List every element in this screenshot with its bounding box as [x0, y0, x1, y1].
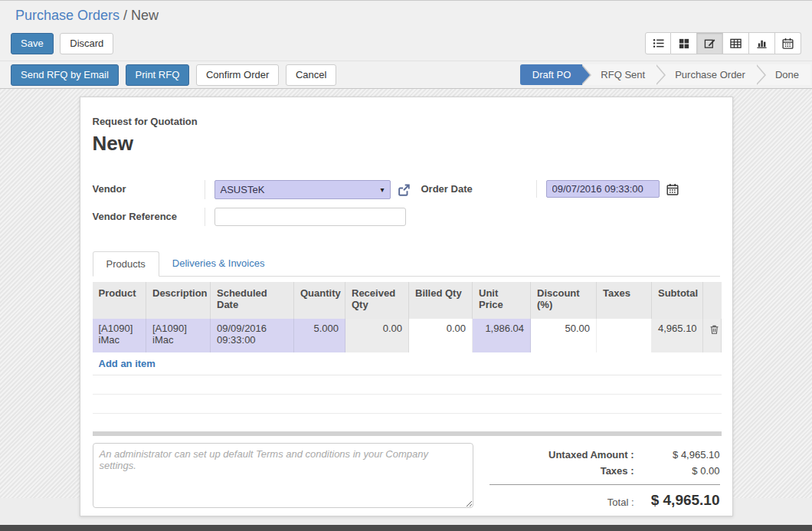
taxes-label: Taxes : — [489, 465, 634, 477]
external-link-icon[interactable] — [397, 183, 411, 197]
cancel-button[interactable]: Cancel — [286, 64, 336, 86]
form-toolbar: Save Discard — [0, 27, 812, 61]
breadcrumb-current: New — [131, 8, 159, 23]
vendor-reference-label: Vendor Reference — [93, 208, 205, 222]
statusbar: Send RFQ by Email Print RFQ Confirm Orde… — [0, 61, 812, 89]
form-view-button[interactable] — [697, 32, 723, 54]
total-label: Total : — [489, 492, 634, 509]
graph-view-button[interactable] — [749, 32, 775, 54]
vendor-label: Vendor — [93, 180, 205, 195]
list-icon — [653, 38, 664, 49]
untaxed-amount-label: Untaxed Amount : — [489, 449, 634, 461]
workflow-buttons: Send RFQ by Email Print RFQ Confirm Orde… — [11, 64, 336, 86]
col-billed-qty[interactable]: Billed Qty — [409, 282, 473, 319]
bottom-bar — [0, 525, 812, 531]
cell-scheduled-date[interactable]: 09/09/2016 09:33:00 — [211, 319, 294, 352]
calendar-picker-icon[interactable] — [666, 183, 679, 195]
table-bottom-separator — [93, 431, 722, 436]
tab-deliveries-invoices[interactable]: Deliveries & Invoices — [159, 251, 278, 276]
send-rfq-by-email-button[interactable]: Send RFQ by Email — [11, 64, 119, 86]
tab-products[interactable]: Products — [93, 251, 159, 277]
breadcrumb-bar: Purchase Orders / New — [0, 1, 812, 27]
cell-delete — [703, 319, 722, 352]
cell-product[interactable]: [A1090] iMac — [93, 319, 146, 352]
status-step-rfq-sent[interactable]: RFQ Sent — [582, 64, 656, 85]
add-an-item-link[interactable]: Add an item — [99, 358, 156, 369]
confirm-order-button[interactable]: Confirm Order — [196, 64, 279, 86]
vendor-value: ASUSTeK — [221, 184, 265, 195]
col-description[interactable]: Description — [146, 282, 211, 319]
vendor-select[interactable]: ASUSTeK ▾ — [214, 180, 391, 199]
table-row[interactable]: [A1090] iMac [A1090] iMac 09/09/2016 09:… — [93, 319, 722, 352]
vendor-reference-input[interactable] — [214, 208, 406, 226]
col-scheduled-date[interactable]: Scheduled Date — [211, 282, 294, 319]
cell-billed-qty: 0.00 — [409, 319, 473, 352]
list-view-button[interactable] — [645, 32, 671, 54]
right-field-group: Order Date — [421, 180, 679, 226]
add-item-row: Add an item — [93, 352, 722, 375]
status-steps: Draft PO RFQ Sent Purchase Order Done — [520, 64, 810, 85]
breadcrumb-parent-link[interactable]: Purchase Orders — [15, 8, 120, 23]
status-step-purchase-order[interactable]: Purchase Order — [656, 64, 757, 85]
order-date-label: Order Date — [421, 180, 536, 195]
form-sheet: Request for Quotation New Vendor ASUSTeK… — [80, 97, 733, 516]
cell-subtotal: 4,965.10 — [652, 319, 703, 352]
totals-block: Untaxed Amount : $ 4,965.10 Taxes : $ 0.… — [489, 443, 720, 511]
view-switcher — [645, 32, 801, 54]
sheet-subtitle: Request for Quotation — [93, 116, 720, 127]
header-fields: Vendor ASUSTeK ▾ Vendor Reference Order … — [93, 180, 720, 226]
record-buttons: Save Discard — [11, 33, 113, 54]
cell-taxes[interactable] — [597, 319, 652, 352]
total-value: $ 4,965.10 — [634, 492, 720, 509]
table-header-row: Product Description Scheduled Date Quant… — [93, 282, 722, 319]
record-title: New — [93, 132, 720, 156]
kanban-view-button[interactable] — [671, 32, 697, 54]
cell-description[interactable]: [A1090] iMac — [146, 319, 211, 352]
footer-section: Untaxed Amount : $ 4,965.10 Taxes : $ 0.… — [93, 443, 720, 511]
notebook-tabs: Products Deliveries & Invoices — [93, 251, 720, 277]
form-icon — [704, 38, 715, 49]
kanban-icon — [679, 38, 689, 49]
untaxed-amount-value: $ 4,965.10 — [634, 449, 720, 461]
breadcrumb-separator: / — [123, 8, 127, 23]
save-button[interactable]: Save — [11, 33, 54, 54]
chevron-down-icon: ▾ — [380, 185, 384, 194]
calendar-view-button[interactable] — [775, 32, 801, 54]
cell-unit-price[interactable]: 1,986.04 — [473, 319, 531, 352]
pivot-icon — [730, 38, 742, 49]
calendar-icon — [782, 38, 794, 49]
discard-button[interactable]: Discard — [60, 33, 113, 54]
status-step-draft-po[interactable]: Draft PO — [520, 64, 583, 85]
empty-row — [93, 375, 722, 395]
col-quantity[interactable]: Quantity — [294, 282, 345, 319]
left-field-group: Vendor ASUSTeK ▾ Vendor Reference — [93, 180, 408, 226]
col-taxes[interactable]: Taxes — [597, 282, 652, 319]
print-rfq-button[interactable]: Print RFQ — [126, 64, 190, 86]
taxes-value: $ 0.00 — [634, 465, 720, 477]
order-lines-table: Product Description Scheduled Date Quant… — [93, 282, 722, 431]
breadcrumb: Purchase Orders / New — [15, 8, 797, 24]
col-discount[interactable]: Discount (%) — [531, 282, 597, 319]
order-date-input[interactable] — [546, 180, 660, 198]
col-unit-price[interactable]: Unit Price — [473, 282, 531, 319]
totals-divider — [489, 484, 720, 485]
pivot-view-button[interactable] — [723, 32, 749, 54]
col-actions — [703, 282, 722, 319]
empty-row — [93, 395, 722, 414]
cell-received-qty: 0.00 — [345, 319, 409, 352]
trash-icon[interactable] — [709, 324, 719, 335]
terms-and-conditions-textarea[interactable] — [93, 443, 473, 508]
empty-row — [93, 414, 722, 431]
form-view-background: Request for Quotation New Vendor ASUSTeK… — [0, 89, 812, 498]
col-subtotal[interactable]: Subtotal — [652, 282, 703, 319]
col-received-qty[interactable]: Received Qty — [345, 282, 409, 319]
cell-discount[interactable]: 50.00 — [531, 319, 597, 352]
cell-quantity[interactable]: 5.000 — [294, 319, 345, 352]
col-product[interactable]: Product — [93, 282, 146, 319]
graph-icon — [756, 38, 768, 49]
